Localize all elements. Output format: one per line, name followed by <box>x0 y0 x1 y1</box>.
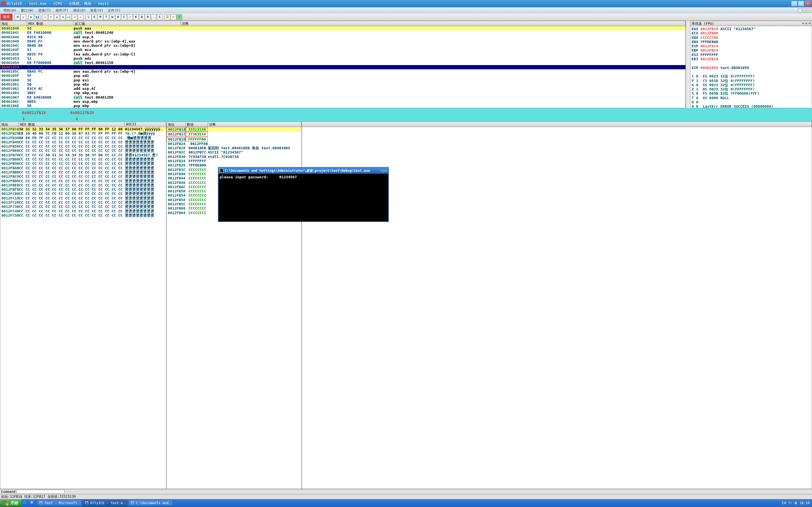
dump-row[interactable]: 0012FC08CC CC CC CC CC CC CC CC CC CC CC… <box>0 191 166 196</box>
register-EBX[interactable]: EBX 7FFDE000 <box>692 40 811 44</box>
cpu-row[interactable]: 0040105352push edx <box>0 56 686 61</box>
dump-row[interactable]: 0012FBF8CC CC CC CC CC CC CC CC CC CC CC… <box>0 187 166 191</box>
settings-icon[interactable]: ☰ <box>165 14 170 20</box>
pause-button[interactable]: 暂停 <box>1 14 12 20</box>
cpu-row[interactable]: 00401067E8 64020000call test.004012D0 <box>0 95 686 100</box>
restart-icon[interactable]: ⟲ <box>15 14 20 20</box>
flag-line[interactable]: S 0 FS 003B 32位 7FFDD000(FFF) <box>692 91 811 96</box>
dump-row[interactable]: 0012FC58CC CC CC CC CC CC CC CC CC CC CC… <box>0 213 166 217</box>
flag-line[interactable]: O 0 LastErr ERROR_SUCCESS (00000000) <box>692 104 811 108</box>
ime-indicator[interactable]: CH <box>782 501 786 505</box>
flag-line[interactable]: Z 1 DS 0023 32位 0(FFFFFFFF) <box>692 87 811 91</box>
cpu-scrollbar[interactable] <box>686 21 690 108</box>
dump-row[interactable]: 0012FBB8CC CC CC CC CC CC CC CC CC CC CC… <box>0 170 166 174</box>
register-ESP[interactable]: ESP 0012FAC4 <box>692 44 811 48</box>
help-icon[interactable]: ? <box>176 14 182 20</box>
view-button-K[interactable]: K <box>133 14 139 20</box>
pause-icon[interactable]: ❚❚ <box>35 14 40 20</box>
cpu-row[interactable]: 004010605Epop esi <box>0 78 686 82</box>
view-button-E[interactable]: E <box>92 14 97 20</box>
dump-row[interactable]: 0012FB88CC CC CC CC CC CC CC CC CC CC CC… <box>0 157 166 161</box>
dump-row[interactable]: 0012FC18CC CC CC CC CC CC CC CC CC CC CC… <box>0 196 166 200</box>
col-addr[interactable]: 地址 <box>0 21 27 26</box>
cpu-row[interactable]: 0040104C8B4D 08mov ecx,dword ptr ss:[ebp… <box>0 43 686 48</box>
menu-item[interactable]: 调试(D) <box>71 8 88 13</box>
return-icon[interactable]: ↩ <box>72 14 78 20</box>
clock[interactable]: 18:10 <box>800 501 810 505</box>
dump-col-addr[interactable]: 地址 <box>0 122 19 127</box>
stack-row[interactable]: 0012FB1C37363534 <box>167 132 301 136</box>
view-button-/[interactable]: / <box>127 14 133 20</box>
view-button-L[interactable]: L <box>86 14 91 20</box>
close-button[interactable]: ✕ <box>805 1 811 6</box>
cpu-row[interactable]: 0040104050push eax <box>0 26 686 31</box>
stack-row[interactable]: 0012FB20FFFFFF00 <box>167 137 301 142</box>
stack-row[interactable]: 0012FB34FFFFFFFF <box>167 159 301 163</box>
dump-row[interactable]: 0012FC38CC CC CC CC CC CC CC CC CC CC CC… <box>0 205 166 209</box>
col-comment[interactable]: 注释 <box>181 21 686 26</box>
flag-line[interactable]: C 0 ES 0023 32位 0(FFFFFFFF) <box>692 74 811 78</box>
cpu-row[interactable]: 0040106E5Dpop ebp <box>0 104 686 108</box>
register-EDX[interactable]: EDX CCCCCC00 <box>692 36 811 40</box>
cpu-row[interactable]: 0040105F5Fpop edi <box>0 73 686 78</box>
dump-row[interactable]: 0012FC48CC CC CC CC CC CC CC CC CC CC CC… <box>0 209 166 213</box>
taskbar-item[interactable]: 🗔 test - Microsoft... <box>37 500 82 506</box>
view-button-C[interactable]: C <box>121 14 127 20</box>
menu-item[interactable]: 窗口(W) <box>18 8 36 13</box>
cpu-row[interactable]: 00401041E8 FA010000call test.00401240 <box>0 31 686 35</box>
taskbar-item[interactable]: 🗔 OllyICE - test.e... <box>82 500 128 506</box>
console-min[interactable]: ─ <box>380 169 382 173</box>
reg-nav-left2[interactable]: < <box>806 21 808 25</box>
cpu-row[interactable]: 0040104683C4 08add esp,8 <box>0 35 686 39</box>
view-button-M[interactable]: M <box>98 14 103 20</box>
stack-col-comment[interactable]: 注释 <box>208 122 301 127</box>
register-EBP[interactable]: EBP 0012FB24 <box>692 48 811 52</box>
view-button-...[interactable]: ... <box>151 14 156 20</box>
view-button-W[interactable]: W <box>109 14 115 20</box>
flag-line[interactable]: T 0 GS 0000 NULL <box>692 96 811 100</box>
col-hex[interactable]: HEX 数据 <box>27 21 73 26</box>
stack-col-val[interactable]: 数值 <box>186 122 208 127</box>
minimize-button[interactable]: ─ <box>791 1 797 6</box>
cpu-disassembly-pane[interactable]: 地址 HEX 数据 反汇编 注释 0040104050push eax00401… <box>0 21 686 108</box>
flag-line[interactable]: A 0 SS 0023 32位 0(FFFFFFFF) <box>692 83 811 87</box>
close-icon[interactable]: ✕ <box>20 14 26 20</box>
console-window[interactable]: C:\ C:\Documents and Settings\Administra… <box>218 167 389 222</box>
console-max[interactable]: □ <box>383 169 385 173</box>
dump-row[interactable]: 0012FB3800 E0 FD 7F CC CC CC CC CC CC CC… <box>0 136 166 140</box>
dump-row[interactable]: 0012FB78CC CC CC CC 30 31 32 33 34 35 36… <box>0 153 166 157</box>
stack-row[interactable]: 0012FB24 0012FF80 <box>167 142 301 146</box>
view-button-T[interactable]: T <box>103 14 109 20</box>
stack-row[interactable]: 0012FB28004010EB返回到 test.004010EB 来自 tes… <box>167 146 301 150</box>
register-EDI[interactable]: EDI 0012FB24 <box>692 57 811 61</box>
dump-row[interactable]: 0012FB98CC CC CC CC CC CC CC CC CC CC CC… <box>0 161 166 166</box>
titlebar[interactable]: OllyICE - test.exe - [CPU - 主线程, 模块 - te… <box>0 0 812 7</box>
dump-row[interactable]: 0012FC28CC CC CC CC CC CC CC CC CC CC CC… <box>0 200 166 205</box>
registers-pane[interactable]: 寄存器 (FPU) <<< EAX 0012FB18 ASCII "012345… <box>690 21 812 108</box>
dump-row[interactable]: 0012FB48CC CC CC CC CC CC CC CC CC CC CC… <box>0 140 166 144</box>
col-dis[interactable]: 反汇编 <box>73 21 181 26</box>
register-EIP[interactable]: EIP 00401059 test.00401059 <box>692 66 811 70</box>
cpu-row[interactable]: 0040104F51push ecx <box>0 48 686 52</box>
flag-line[interactable]: D 0 <box>692 100 811 104</box>
stepin-icon[interactable]: ↓ <box>42 14 48 20</box>
system-tray[interactable]: CH 🛡 🖥 18:10 <box>779 499 812 507</box>
flag-line[interactable]: P 1 CS 001B 32位 0(FFFFFFFF) <box>692 78 811 83</box>
command-input[interactable] <box>17 490 64 494</box>
dump-row[interactable]: 0012FBC8CC CC CC CC CC CC CC CC CC CC CC… <box>0 174 166 179</box>
options-icon[interactable]: ⚙ <box>170 14 176 20</box>
reg-nav-left[interactable]: < <box>802 21 804 25</box>
tray-icon[interactable]: 🛡 <box>788 501 792 505</box>
register-EAX[interactable]: EAX 0012FB18 ASCII "01234567" <box>692 27 811 31</box>
hex-dump-pane[interactable]: 地址 HEX 数据 ASCII 0012FB1830 31 32 33 34 3… <box>0 122 166 489</box>
dump-row[interactable]: 0012FB28EB 10 40 00 7C FB 12 00 38 07 93… <box>0 131 166 135</box>
traceinto-icon[interactable]: ⇊ <box>54 14 60 20</box>
register-ECX[interactable]: ECX 0012FB88 <box>692 31 811 35</box>
cpu-row[interactable]: 0040106C8BE5mov esp,ebp <box>0 100 686 104</box>
run-icon[interactable]: ▶ <box>29 14 34 20</box>
view-button-B[interactable]: B <box>139 14 145 20</box>
register-ESI[interactable]: ESI FFFFFFFF <box>692 53 811 57</box>
traceover-icon[interactable]: ⇉ <box>60 14 66 20</box>
stepover-icon[interactable]: ↷ <box>48 14 54 20</box>
dump-row[interactable]: 0012FBE8CC CC CC CC CC CC CC CC CC CC CC… <box>0 183 166 187</box>
